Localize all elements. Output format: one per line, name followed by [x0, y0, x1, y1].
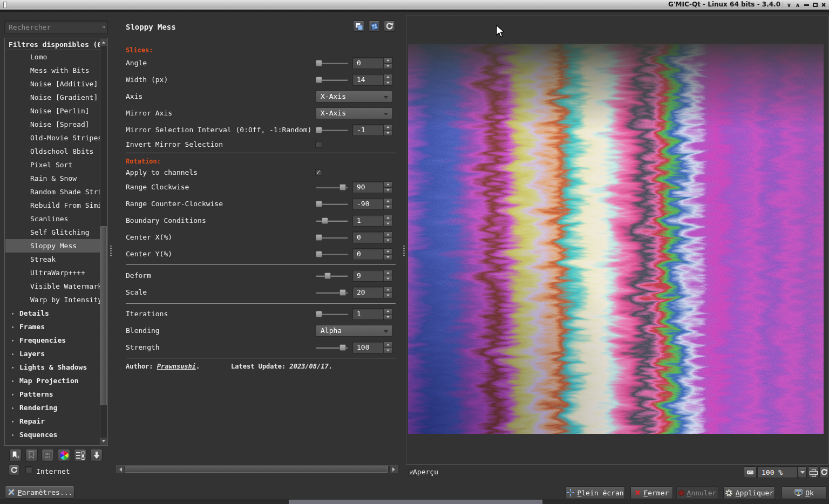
category-item[interactable]: ▸ Repair [5, 414, 100, 428]
deform-spinbox[interactable]: 9 [352, 270, 392, 282]
spin-up-icon[interactable] [384, 309, 392, 314]
expand-arrow-icon[interactable]: ▸ [11, 391, 19, 397]
expand-arrow-icon[interactable]: ▸ [11, 405, 19, 411]
mirror-axis-dropdown[interactable]: X-Axis [316, 107, 392, 119]
expand-arrow-icon[interactable]: ▸ [11, 351, 19, 357]
close-dialog-button[interactable]: ✖ Fermer [630, 486, 673, 499]
filter-item[interactable]: Mess with Bits [5, 64, 100, 77]
boundary-slider[interactable] [316, 215, 348, 227]
scroll-down-icon[interactable] [100, 438, 107, 445]
spin-down-icon[interactable] [384, 63, 392, 69]
mirror-interval-slider[interactable] [316, 124, 348, 136]
spin-up-icon[interactable] [384, 249, 392, 254]
iterations-slider[interactable] [316, 308, 348, 320]
splitter-handle[interactable] [403, 245, 405, 257]
spin-up-icon[interactable] [384, 58, 392, 63]
spin-up-icon[interactable] [384, 182, 392, 187]
strength-slider[interactable] [316, 342, 348, 353]
mirror-interval-spinbox[interactable]: -1 [352, 124, 392, 136]
spin-up-icon[interactable] [384, 287, 392, 292]
boundary-spinbox[interactable]: 1 [352, 215, 392, 227]
range-cw-spinbox[interactable]: 90 [352, 181, 392, 193]
width-spinbox[interactable]: 14 [352, 74, 392, 86]
internet-checkbox[interactable] [25, 466, 32, 473]
filter-item[interactable]: Warp by Intensity [5, 293, 100, 307]
filter-item[interactable]: Visible Watermark [5, 280, 100, 293]
angle-slider[interactable] [316, 57, 348, 69]
category-item[interactable]: ▸ Silhouettes [5, 441, 100, 445]
spin-down-icon[interactable] [384, 80, 392, 86]
range-cw-slider[interactable] [316, 181, 348, 193]
zoom-dropdown-button[interactable] [798, 466, 807, 478]
zoom-out-button[interactable] [744, 466, 757, 478]
spin-down-icon[interactable] [384, 314, 392, 320]
visibility-list-button[interactable] [74, 449, 86, 461]
axis-dropdown[interactable]: X-Axis [316, 91, 392, 103]
spin-down-icon[interactable] [384, 348, 392, 353]
filter-item[interactable]: Noise [Perlin] [5, 104, 100, 118]
range-ccw-slider[interactable] [316, 198, 348, 210]
filter-item[interactable]: Pixel Sort [5, 158, 100, 172]
shade-icon[interactable]: ∨ [785, 0, 793, 10]
add-fave-button[interactable] [9, 449, 22, 461]
copy-command-button[interactable] [353, 21, 364, 32]
expand-arrow-icon[interactable]: ▸ [11, 432, 19, 438]
maximize-icon[interactable] [811, 0, 819, 10]
spin-up-icon[interactable] [384, 215, 392, 221]
filter-item[interactable]: Scanlines [5, 212, 100, 226]
spin-up-icon[interactable] [384, 125, 392, 130]
scale-slider[interactable] [316, 287, 348, 298]
deform-slider[interactable] [316, 270, 348, 282]
zoom-in-button[interactable] [808, 466, 818, 478]
colors-button[interactable] [58, 449, 70, 461]
filter-item[interactable]: Rain & Snow [5, 172, 100, 185]
filter-item[interactable]: Lomo [5, 50, 100, 64]
category-item[interactable]: ▸ Frequencies [5, 333, 100, 347]
apply-button[interactable]: Appliquer [723, 486, 775, 499]
expand-arrow-icon[interactable]: ▸ [11, 378, 19, 384]
blending-dropdown[interactable]: Alpha [316, 325, 392, 337]
spin-down-icon[interactable] [384, 204, 392, 210]
expand-arrow-icon[interactable]: ▸ [11, 418, 19, 424]
center-x-spinbox[interactable]: 0 [352, 231, 392, 243]
params-hscrollbar[interactable] [116, 465, 398, 473]
angle-spinbox[interactable]: 0 [352, 57, 392, 69]
category-item[interactable]: ▸ Rendering [5, 401, 100, 414]
category-item[interactable]: ▸ Patterns [5, 387, 100, 401]
filter-item[interactable]: Old-Movie Stripes [5, 131, 100, 145]
width-slider[interactable] [316, 74, 348, 86]
filter-item[interactable]: Noise [Spread] [5, 118, 100, 131]
filter-item[interactable]: Sloppy Mess [5, 239, 100, 253]
spin-down-icon[interactable] [384, 130, 392, 136]
spin-down-icon[interactable] [384, 292, 392, 298]
titlebar[interactable]: G'MIC-Qt - Linux 64 bits - 3.4.0 ∨ ∧ ✖ [0, 0, 829, 10]
zoom-level-field[interactable]: 100 % [757, 466, 798, 478]
ok-button[interactable]: Ok [782, 486, 827, 499]
center-y-slider[interactable] [316, 248, 348, 260]
refresh-filters-button[interactable] [9, 465, 19, 475]
spin-down-icon[interactable] [384, 187, 392, 193]
scale-spinbox[interactable]: 20 [352, 287, 392, 298]
hscrollbar-thumb[interactable] [125, 466, 388, 473]
category-item[interactable]: ▸ Details [5, 307, 100, 320]
center-x-slider[interactable] [316, 231, 348, 243]
search-input[interactable] [5, 23, 102, 31]
filter-item[interactable]: Self Glitching [5, 226, 100, 239]
expand-arrow-icon[interactable]: ▸ [11, 337, 19, 343]
filter-item[interactable]: Random Shade Stri [5, 185, 100, 199]
category-item[interactable]: ▸ Sequences [5, 428, 100, 441]
spin-down-icon[interactable] [384, 254, 392, 260]
scroll-right-icon[interactable] [390, 466, 397, 473]
spin-down-icon[interactable] [384, 221, 392, 227]
apply-channels-checkbox[interactable] [315, 169, 322, 176]
randomize-button[interactable] [369, 21, 380, 32]
filter-item[interactable]: Noise [Gradient] [5, 91, 100, 104]
splitter-handle[interactable] [110, 245, 112, 257]
center-y-spinbox[interactable]: 0 [352, 248, 392, 260]
category-item[interactable]: ▸ Frames [5, 320, 100, 333]
expand-arrow-icon[interactable]: ▸ [11, 364, 19, 370]
scroll-left-icon[interactable] [117, 466, 124, 473]
scroll-up-icon[interactable] [100, 39, 107, 46]
filter-item[interactable]: Oldschool 8bits [5, 145, 100, 158]
spin-up-icon[interactable] [384, 74, 392, 80]
